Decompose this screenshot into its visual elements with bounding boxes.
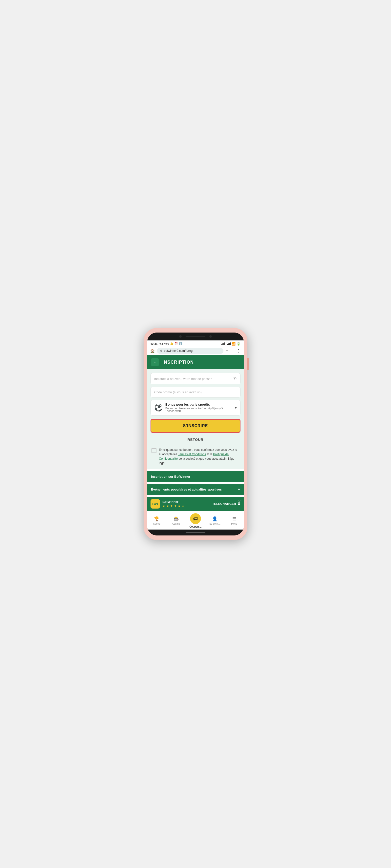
- nav-item-coupon[interactable]: 🏷 Coupon ...: [186, 513, 205, 528]
- status-left: 12:35 0,2 Ko/s 🔔 ⏰ ℹ️: [150, 342, 183, 345]
- back-arrow-icon: ←: [153, 360, 157, 364]
- nav-item-menu[interactable]: ☰ Menu: [225, 516, 244, 525]
- terms-link-1[interactable]: Termes et Conditions: [178, 453, 206, 456]
- bonus-info: Bonus pour les paris sportifs Bonus de b…: [165, 403, 232, 413]
- url-text: betwinner2.com/fr/reg: [164, 349, 193, 352]
- reload-icon: ↺: [160, 349, 162, 352]
- download-button[interactable]: TÉLÉCHARGER ⬇: [212, 502, 241, 506]
- form-content: Indiquez à nouveau votre mot de passe* 👁…: [147, 369, 244, 469]
- more-menu-button[interactable]: ⋮: [236, 348, 241, 354]
- info-section-2[interactable]: Événements populaires et actualités spor…: [147, 484, 244, 495]
- sports-label: Sports: [153, 522, 160, 525]
- camera-dot-right: [210, 335, 212, 338]
- info-section-1-title: Inscription sur BetWinner: [151, 475, 190, 478]
- terms-text-middle: et la: [206, 453, 213, 456]
- phone-top-bar: [147, 333, 244, 340]
- url-bar[interactable]: ↺ betwinner2.com/fr/reg: [157, 348, 223, 354]
- phone-bottom-bar: [147, 530, 244, 535]
- eye-toggle-icon[interactable]: 👁: [233, 376, 237, 381]
- promo-code-field[interactable]: Code promo (si vous en avez un): [150, 387, 241, 398]
- wifi-icon: 📶: [231, 342, 235, 346]
- bonus-title: Bonus pour les paris sportifs: [165, 403, 232, 406]
- nav-item-login[interactable]: 👤 Se conn...: [205, 516, 224, 525]
- status-bar: 12:35 0,2 Ko/s 🔔 ⏰ ℹ️: [147, 340, 244, 347]
- app-icon-label: BW: [152, 502, 158, 506]
- coupon-bubble: 🏷: [190, 513, 201, 524]
- bottom-nav: 🏆 Sports 🎰 Casino 🏷 Coupon ... 👤 Se conn…: [147, 511, 244, 530]
- camera-dot-left: [179, 335, 181, 338]
- bell-icon: 🔔: [170, 342, 173, 345]
- banner-close-button[interactable]: ✕: [238, 499, 241, 503]
- status-right: 📶 🔋: [221, 342, 241, 346]
- download-label: TÉLÉCHARGER: [212, 502, 236, 505]
- casino-label: Casino: [172, 522, 180, 525]
- address-bar: 🏠 ↺ betwinner2.com/fr/reg + ⊡ ⋮: [147, 347, 244, 355]
- bonus-selector[interactable]: ⚽ Bonus pour les paris sportifs Bonus de…: [150, 400, 241, 415]
- bonus-chevron-icon: ▾: [235, 405, 237, 410]
- home-indicator: [186, 532, 205, 533]
- info-icon: ℹ️: [179, 342, 183, 345]
- app-icon: BW: [150, 499, 160, 508]
- login-icon: 👤: [212, 516, 218, 522]
- back-link-button[interactable]: RETOUR: [150, 435, 241, 445]
- register-button[interactable]: S'INSCRIRE: [150, 419, 241, 433]
- page-title: INSCRIPTION: [162, 360, 194, 365]
- back-button[interactable]: ←: [151, 358, 159, 366]
- new-tab-button[interactable]: +: [225, 348, 228, 353]
- info-section-2-title: Événements populaires et actualités spor…: [151, 488, 222, 491]
- signal-bars: [221, 342, 225, 345]
- phone-device: 12:35 0,2 Ko/s 🔔 ⏰ ℹ️: [144, 328, 247, 540]
- nav-item-sports[interactable]: 🏆 Sports: [147, 516, 166, 525]
- login-label: Se conn...: [210, 522, 220, 525]
- coupon-label: Coupon ...: [190, 525, 202, 528]
- page-header: ← INSCRIPTION: [147, 355, 244, 369]
- alarm-icon: ⏰: [174, 342, 178, 345]
- terms-checkbox[interactable]: [151, 448, 157, 453]
- app-name: BetWinner: [162, 500, 210, 504]
- nav-item-casino[interactable]: 🎰 Casino: [166, 516, 186, 525]
- menu-icon: ☰: [232, 516, 236, 522]
- app-download-banner: ✕ BW BetWinner ★ ★ ★ ★ ★ ☆ TÉLÉCHARGER ⬇: [147, 497, 244, 511]
- speaker-bar: [186, 336, 205, 337]
- section-2-chevron-icon: ▾: [238, 487, 240, 492]
- app-info: BetWinner ★ ★ ★ ★ ★ ☆: [162, 500, 210, 508]
- status-time: 12:35: [150, 342, 158, 345]
- casino-icon: 🎰: [173, 516, 179, 522]
- terms-text: En cliquant sur ce bouton, vous confirme…: [159, 447, 240, 465]
- battery-icon: 🔋: [236, 342, 241, 346]
- sports-icon: 🏆: [154, 516, 160, 522]
- coupon-icon: 🏷: [193, 516, 198, 522]
- home-icon[interactable]: 🏠: [150, 349, 155, 353]
- address-bar-actions: + ⊡ ⋮: [225, 348, 241, 354]
- tabs-button[interactable]: ⊡: [231, 349, 233, 353]
- promo-code-placeholder: Code promo (si vous en avez un): [154, 390, 237, 394]
- menu-label: Menu: [231, 522, 237, 525]
- password-confirm-placeholder: Indiquez à nouveau votre mot de passe*: [154, 377, 233, 381]
- signal-bars-2: [227, 342, 231, 345]
- side-button: [247, 358, 249, 370]
- status-network: 0,2 Ko/s: [160, 342, 169, 345]
- info-section-1[interactable]: Inscription sur BetWinner: [147, 471, 244, 482]
- app-stars: ★ ★ ★ ★ ★ ☆: [162, 504, 210, 508]
- soccer-ball-icon: ⚽: [154, 404, 163, 412]
- phone-screen: 12:35 0,2 Ko/s 🔔 ⏰ ℹ️: [147, 340, 244, 530]
- password-confirm-field[interactable]: Indiquez à nouveau votre mot de passe* 👁: [150, 373, 241, 384]
- register-button-wrapper: S'INSCRIRE: [150, 419, 241, 435]
- terms-section: En cliquant sur ce bouton, vous confirme…: [150, 445, 241, 469]
- phone-screen-container: 12:35 0,2 Ko/s 🔔 ⏰ ℹ️: [147, 333, 244, 535]
- bonus-description: Bonus de bienvenue sur votre 1er dépôt j…: [165, 407, 232, 413]
